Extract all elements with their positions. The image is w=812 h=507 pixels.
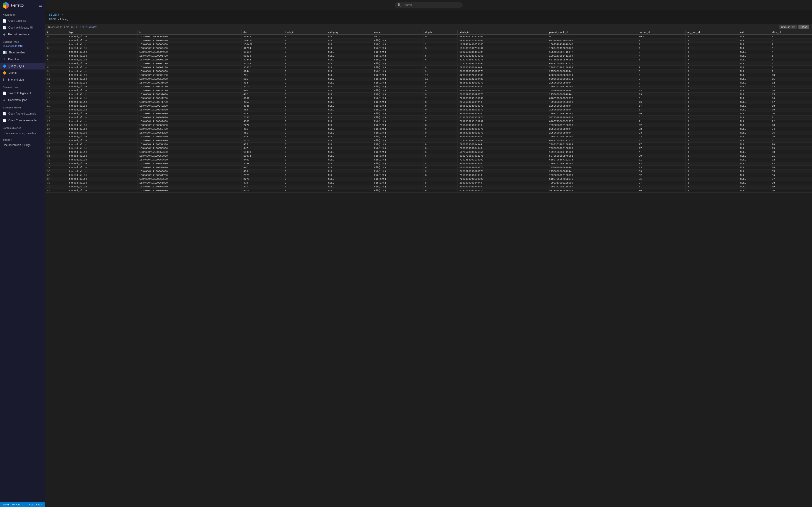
table-row[interactable]: 11thread_slice16346804171000100005810NUL…	[45, 77, 812, 81]
sidebar-item-open-trace-file[interactable]: 📄 Open trace file	[0, 17, 45, 24]
cell-id: 12	[45, 81, 67, 84]
cell-dur: 92294	[242, 46, 283, 50]
cell-name: Fib(int)	[372, 81, 423, 84]
cell-category: NULL	[326, 69, 372, 73]
cell-parent_id: 13	[637, 92, 686, 96]
table-row[interactable]: 34thread_slice16346804171000594004470NUL…	[45, 165, 812, 169]
sidebar-item-metrics[interactable]: 🔶 Metrics	[0, 69, 45, 76]
sidebar-item-download[interactable]: ⬇ Download	[0, 56, 45, 63]
table-row[interactable]: 38thread_slice16346804171000658004760NUL…	[45, 181, 812, 185]
cell-type: thread_slice	[67, 92, 138, 96]
sw-on-label: SW ON	[11, 503, 20, 506]
copy-tsv-button[interactable]: Copy as .tsv	[779, 25, 797, 29]
sidebar-item-compute-summary[interactable]: Compute summary statistics	[0, 130, 45, 136]
table-row[interactable]: 15thread_slice16346804171000394004620NUL…	[45, 92, 812, 96]
table-row[interactable]: 8thread_slice1634680417100007200303370NU…	[45, 65, 812, 69]
table-row[interactable]: 20thread_slice16346804171000470004580NUL…	[45, 112, 812, 115]
table-row[interactable]: 19thread_slice16346804171000458004550NUL…	[45, 108, 812, 112]
sidebar-item-query-sql[interactable]: 🔷 Query (SQL)	[0, 63, 45, 69]
table-row[interactable]: 21thread_slice163468041710004900077330NU…	[45, 115, 812, 119]
table-row[interactable]: 4thread_slice1634680417100004900686920NU…	[45, 50, 812, 54]
cell-id: 30	[45, 150, 67, 154]
table-row[interactable]: 27thread_slice163468041710005400023170NU…	[45, 138, 812, 143]
cell-category: NULL	[326, 84, 372, 89]
sidebar-item-open-legacy-ui[interactable]: 📄 Open with legacy UI	[0, 24, 45, 31]
table-row[interactable]: 13thread_slice163468041710003810023190NU…	[45, 84, 812, 89]
table-row[interactable]: 22thread_slice163468041710004940040600NU…	[45, 119, 812, 123]
table-row[interactable]: 16thread_slice163468041710004120067620NU…	[45, 96, 812, 100]
table-row[interactable]: 37thread_slice163468041710006550022780NU…	[45, 177, 812, 181]
sql-editor[interactable]: SELECT * FROM slice;	[49, 13, 808, 22]
table-row[interactable]: 10thread_slice16346804171000084007010NUL…	[45, 73, 812, 77]
table-row[interactable]: 36thread_slice163468041710006170028280NU…	[45, 173, 812, 177]
table-row[interactable]: 23thread_slice163468041710005000022720NU…	[45, 123, 812, 127]
cell-type: thread_slice	[67, 54, 138, 58]
table-row[interactable]: 32thread_slice163468041710005860064530NU…	[45, 158, 812, 162]
cell-parent_stack_id: 6182795567332976	[547, 62, 637, 65]
sidebar-item-record-trace[interactable]: ⏺ Record new trace	[0, 31, 45, 38]
cell-name: Fib(int)	[372, 96, 423, 100]
sidebar-item-open-android[interactable]: 📄 Open Android example	[0, 110, 45, 117]
nav-section-header: Navigation	[0, 11, 45, 17]
search-input[interactable]	[403, 3, 460, 7]
cell-arg_set_id: 3	[686, 115, 738, 119]
table-row[interactable]: 29thread_slice16346804171000553004470NUL…	[45, 146, 812, 150]
cell-type: thread_slice	[67, 135, 138, 138]
table-row[interactable]: 30thread_slice1634680417100057600154500N…	[45, 150, 812, 154]
table-row[interactable]: 31thread_slice1634680417100058000100740N…	[45, 154, 812, 158]
cell-track_id: 0	[283, 173, 326, 177]
android-icon: 📄	[3, 112, 7, 115]
cell-id: 39	[45, 185, 67, 188]
table-row[interactable]: 14thread_slice16346804171000387004800NUL…	[45, 89, 812, 92]
table-row[interactable]: 5thread_slice1634680417100005400516980NU…	[45, 54, 812, 58]
cell-slice_id: 12	[770, 81, 812, 84]
cell-type: thread_slice	[67, 181, 138, 185]
metrics-icon: 🔶	[3, 71, 7, 75]
table-row[interactable]: 33thread_slice163468041710005900022480NU…	[45, 162, 812, 165]
table-row[interactable]: 40thread_slice163468041710006860040190NU…	[45, 188, 812, 192]
cell-category: NULL	[326, 58, 372, 62]
table-row[interactable]: 39thread_slice16346804171000668004370NUL…	[45, 185, 812, 188]
cell-dur: 10074	[242, 154, 283, 158]
search-icon: 🔍	[397, 3, 401, 7]
cell-parent_stack_id: 6182795567332976	[547, 158, 637, 162]
sidebar-item-open-chrome[interactable]: 📄 Open Chrome example	[0, 117, 45, 124]
table-row[interactable]: 3thread_slice1634680417100004400922940NU…	[45, 46, 812, 50]
close-button[interactable]: Close	[798, 25, 809, 29]
sidebar-header: Perfetto ☰	[0, 0, 45, 11]
cell-parent_id: 16	[637, 112, 686, 115]
table-row[interactable]: 2thread_slice16346804171000036001304670N…	[45, 42, 812, 46]
sidebar-item-show-timeline[interactable]: 📊 Show timeline	[0, 49, 45, 56]
table-row[interactable]: 25thread_slice16346804171000512004510NUL…	[45, 131, 812, 135]
table-row[interactable]: 26thread_slice16346804171000525004380NUL…	[45, 135, 812, 138]
table-row[interactable]: 35thread_slice16346804171000604004830NUL…	[45, 169, 812, 173]
table-row[interactable]: 7thread_slice1634680417100006700341720NU…	[45, 62, 812, 65]
cell-dur: 51698	[242, 54, 283, 58]
cell-depth: 9	[423, 127, 458, 131]
cell-parent_id: 31	[637, 177, 686, 181]
sidebar-item-docs[interactable]: Documentation & Bugs	[0, 142, 45, 148]
cell-type: thread_slice	[67, 150, 138, 154]
table-row[interactable]: 9thread_slice163468041710000800032440NUL…	[45, 69, 812, 73]
table-row[interactable]: 1thread_slice16346804171000028001945210N…	[45, 39, 812, 42]
sidebar-item-switch-legacy[interactable]: 📄 Switch to legacy UI	[0, 90, 45, 97]
cell-track_id: 0	[283, 150, 326, 154]
cell-type: thread_slice	[67, 162, 138, 165]
cell-stack_id: 295060906084944	[458, 84, 547, 89]
table-row[interactable]: 28thread_slice16346804171000543004750NUL…	[45, 143, 812, 146]
sidebar-item-convert-json[interactable]: ⬇ Convert to .json	[0, 97, 45, 103]
sidebar-item-info-stats[interactable]: ℹ Info and stats	[0, 76, 45, 83]
hamburger-menu[interactable]: ☰	[39, 3, 42, 8]
table-row[interactable]: 6thread_slice1634680417100006100424440NU…	[45, 58, 812, 62]
cell-name: Fib(int)	[372, 77, 423, 81]
table-row[interactable]: 18thread_slice163468041710004220030460NU…	[45, 104, 812, 108]
table-row[interactable]: 24thread_slice16346804171000504004550NUL…	[45, 127, 812, 131]
table-row[interactable]: 17thread_slice163468041710004170049570NU…	[45, 100, 812, 104]
table-row[interactable]: 12thread_slice16346804171000366004830NUL…	[45, 81, 812, 84]
cell-stack_id: 295060906084944	[458, 100, 547, 104]
cell-id: 7	[45, 62, 67, 65]
cell-slice_id: 34	[770, 165, 812, 169]
cell-track_id: 0	[283, 89, 326, 92]
table-row[interactable]: 0thread_slice16346804170999626002641520N…	[45, 35, 812, 39]
cell-arg_set_id: 3	[686, 138, 738, 143]
